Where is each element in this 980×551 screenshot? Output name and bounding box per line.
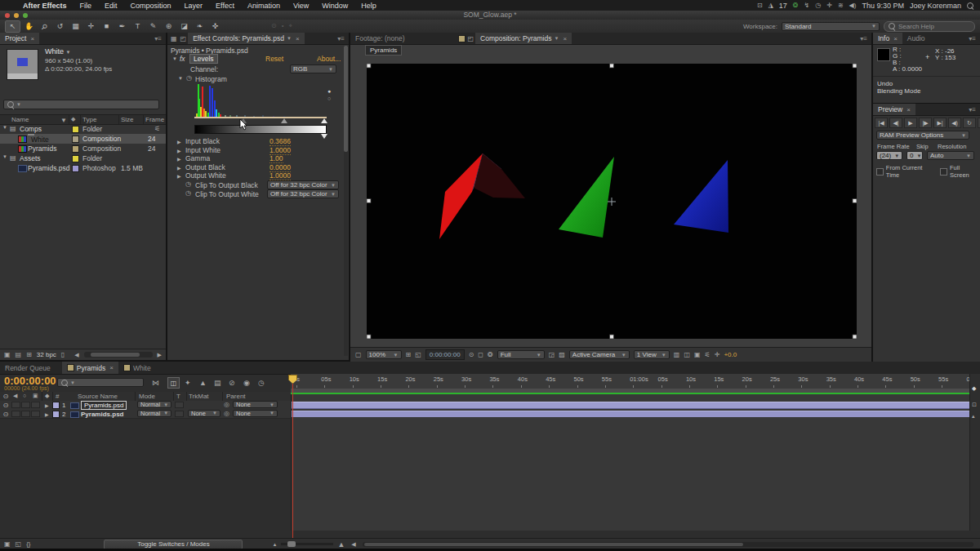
volume-icon[interactable]: ◀) [849, 2, 857, 9]
selection-handle[interactable] [367, 64, 371, 68]
pan-behind-tool[interactable]: ✛ [84, 21, 98, 32]
selection-handle[interactable] [853, 64, 857, 68]
label-color-chip[interactable] [72, 145, 79, 153]
view-label[interactable]: Pyramids [365, 45, 402, 56]
show-snapshot-icon[interactable]: ◻ [478, 351, 483, 358]
search-help-box[interactable]: Search Help [884, 21, 975, 32]
panel-menu-icon[interactable]: ▾≡ [333, 33, 349, 44]
selection-handle[interactable] [367, 335, 371, 339]
timeline-tab-pyramids[interactable]: Pyramids× [62, 362, 118, 374]
workspace-dropdown[interactable]: Standard▼ [782, 22, 880, 31]
camera-dropdown[interactable]: Active Camera▼ [569, 350, 630, 359]
label-color-chip[interactable] [72, 126, 79, 133]
prop-value[interactable]: 1.0000 [270, 146, 291, 155]
selection-handle[interactable] [853, 199, 857, 203]
lock-cell[interactable] [31, 411, 40, 417]
project-row-assets[interactable]: ▼ ▤ Assets Folder [0, 153, 161, 163]
histogram-option-dot-icon[interactable]: ● [327, 88, 331, 94]
channel-dropdown[interactable]: RGB▼ [290, 64, 336, 73]
panel-menu-icon[interactable]: ▾≡ [964, 104, 980, 115]
comp-marker-icon[interactable]: ◆ [972, 385, 976, 392]
prev-frame-button[interactable]: ◀| [889, 118, 902, 128]
zoom-window-button[interactable] [23, 13, 28, 18]
selection-handle[interactable] [610, 64, 614, 68]
item-label[interactable]: Comps [20, 125, 42, 133]
clip-output-white-dropdown[interactable]: Off for 32 bpc Color▼ [267, 189, 339, 198]
stopwatch-icon[interactable]: ◷ [185, 189, 191, 197]
trash-icon[interactable]: ▯ [61, 351, 65, 358]
label-column-icon[interactable]: ◆ [71, 116, 75, 122]
histogram-expander-icon[interactable]: ▼ [178, 76, 183, 81]
transparency-grid-icon[interactable]: ▨ [559, 351, 565, 358]
project-search-box[interactable]: ▼ [3, 100, 159, 109]
close-tab-icon[interactable]: × [893, 35, 898, 42]
new-folder-icon[interactable]: ▤ [16, 351, 22, 358]
mode-dropdown[interactable]: Normal▼ [137, 410, 172, 417]
prop-value[interactable]: 1.00 [270, 154, 283, 163]
prop-expander-icon[interactable]: ▶ [177, 165, 181, 171]
t-switch-cell[interactable] [175, 411, 184, 417]
timeline-button-icon[interactable]: ▣ [694, 351, 701, 358]
selection-handle[interactable] [367, 199, 371, 203]
mode-dropdown[interactable]: Normal▼ [137, 401, 172, 408]
input-white-slider[interactable] [321, 118, 327, 123]
audio-cell[interactable] [11, 411, 20, 417]
column-trkmat[interactable]: TrkMat [189, 393, 209, 400]
item-label[interactable]: Pyramids [28, 144, 56, 153]
layer-color-chip[interactable] [52, 402, 60, 409]
app-badge-icon[interactable]: ◮ [768, 2, 773, 9]
layer-expander-icon[interactable]: ▶ [45, 411, 49, 417]
audio-tab[interactable]: Audio [902, 33, 930, 44]
preview-tab[interactable]: Preview× [873, 104, 915, 115]
audio-cell[interactable] [11, 402, 20, 408]
column-parent[interactable]: Parent [226, 393, 246, 400]
close-tab-icon[interactable]: × [906, 106, 911, 113]
prop-expander-icon[interactable]: ▶ [177, 156, 181, 162]
scroll-right-icon[interactable]: ▶ [158, 352, 162, 358]
effect-controls-tab[interactable]: Effect Controls: Pyramids.psd▼× [188, 33, 304, 44]
scroll-up-icon[interactable]: ▴ [972, 413, 975, 420]
close-tab-icon[interactable]: × [109, 364, 114, 371]
column-type[interactable]: Type [82, 116, 96, 123]
menu-item-composition[interactable]: Composition [124, 2, 178, 10]
project-row-comps[interactable]: ▼ ▤ Comps Folder ⚟ [0, 124, 161, 134]
lock-cell[interactable] [31, 402, 40, 408]
timemachine-icon[interactable]: ◷ [815, 2, 821, 9]
eye-icon[interactable]: ʘ [3, 402, 8, 409]
fast-preview-icon[interactable]: ◫ [684, 351, 690, 358]
menu-item-help[interactable]: Help [354, 2, 383, 10]
column-number[interactable]: # [56, 393, 59, 400]
play-button[interactable]: ▶ [904, 118, 917, 128]
label-color-chip[interactable] [72, 155, 79, 162]
safe-margins-icon[interactable]: ⊞ [406, 351, 412, 358]
layer-row-2[interactable]: ʘ ▶ 2 Pyramids.psd Normal▼ None▼ ◎ None▼ [0, 410, 291, 420]
prop-value[interactable]: 0.3686 [270, 137, 291, 146]
type-tool[interactable]: T [131, 21, 145, 32]
skip-dropdown[interactable]: 0▼ [906, 151, 923, 160]
close-window-button[interactable] [5, 13, 10, 18]
clone-stamp-tool[interactable]: ⊛ [162, 21, 176, 32]
layer-name[interactable]: Pyramids.psd [81, 411, 123, 418]
composition-tab[interactable]: Composition: Pyramids▼× [475, 33, 572, 44]
view-layout-dropdown[interactable]: 1 View▼ [634, 350, 670, 359]
prop-value[interactable]: 0.0000 [270, 163, 291, 172]
layer-color-chip[interactable] [52, 411, 60, 418]
selection-tool[interactable]: ↖ [5, 20, 20, 33]
footage-tab[interactable]: Footage: (none) [350, 33, 409, 44]
selection-handle[interactable] [853, 335, 857, 339]
new-composition-icon[interactable]: ⊞ [26, 351, 32, 358]
region-of-interest-icon[interactable]: ◱ [415, 351, 421, 358]
frame-blending-icon[interactable]: ▤ [214, 379, 221, 387]
auto-keyframe-icon[interactable]: ◉ [243, 379, 250, 387]
selection-handle[interactable] [610, 335, 614, 339]
column-mode[interactable]: Mode [139, 393, 155, 400]
solo-cell[interactable] [21, 402, 30, 408]
histogram-canvas[interactable] [194, 82, 325, 117]
eye-icon[interactable]: ʘ [3, 411, 8, 418]
comp-canvas[interactable] [367, 64, 857, 339]
zoom-in-mountain-icon[interactable]: ▲ [337, 540, 345, 549]
puppet-pin-tool[interactable]: ✜ [208, 21, 222, 32]
timeline-zoom-slider[interactable] [281, 543, 333, 545]
prop-value[interactable]: 1.0000 [270, 171, 291, 180]
menu-item-effect[interactable]: Effect [209, 2, 241, 10]
